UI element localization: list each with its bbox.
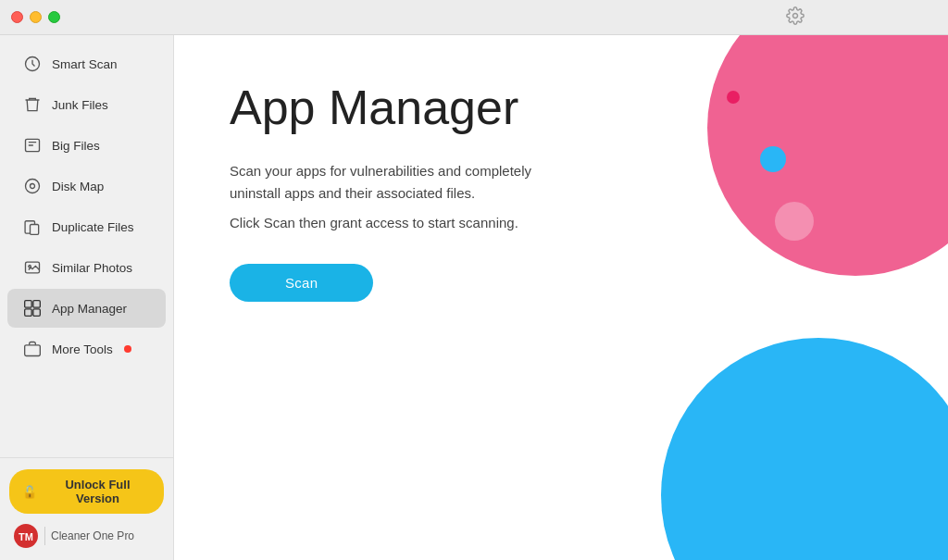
svg-rect-10 (25, 309, 32, 317)
junk-files-icon (22, 94, 43, 115)
titlebar (0, 0, 948, 35)
more-tools-icon (22, 339, 43, 359)
big-files-icon (22, 135, 43, 156)
sidebar-item-junk-files-label: Junk Files (52, 98, 108, 112)
brand-footer: TM Cleaner One Pro (9, 523, 164, 549)
svg-rect-8 (25, 301, 32, 308)
sidebar-item-duplicate-files[interactable]: Duplicate Files (7, 207, 166, 246)
minimize-button[interactable] (30, 11, 42, 23)
maximize-button[interactable] (48, 11, 60, 23)
svg-rect-12 (25, 345, 41, 356)
svg-rect-9 (33, 301, 41, 308)
sidebar-item-big-files[interactable]: Big Files (7, 126, 166, 165)
sidebar-item-junk-files[interactable]: Junk Files (7, 85, 166, 124)
circle-cyan-small (760, 146, 786, 172)
sidebar-item-app-manager[interactable]: App Manager (7, 289, 166, 328)
traffic-lights (11, 11, 60, 23)
app-manager-icon (22, 298, 43, 318)
page-description-2: Click Scan then grant access to start sc… (230, 212, 581, 234)
app-body: Smart Scan Junk Files (0, 35, 948, 560)
brand-name: Cleaner One Pro (51, 529, 134, 542)
svg-point-3 (26, 180, 40, 193)
duplicate-files-icon (22, 217, 43, 237)
circle-pink-large (707, 35, 948, 276)
scan-button[interactable]: Scan (230, 264, 373, 302)
unlock-button[interactable]: 🔓 Unlock Full Version (9, 469, 164, 514)
sidebar-item-big-files-label: Big Files (52, 139, 100, 153)
sidebar-nav: Smart Scan Junk Files (0, 35, 173, 457)
page-description-1: Scan your apps for vulnerabilities and c… (230, 160, 581, 205)
close-button[interactable] (11, 11, 23, 23)
page-title: App Manager (230, 81, 892, 134)
sidebar-item-disk-map-label: Disk Map (52, 180, 104, 193)
main-content: App Manager Scan your apps for vulnerabi… (174, 35, 948, 560)
circle-cyan-large (661, 338, 948, 560)
sidebar-item-similar-photos-label: Similar Photos (52, 261, 132, 275)
sidebar: Smart Scan Junk Files (0, 35, 174, 560)
svg-rect-11 (33, 309, 41, 317)
lock-icon: 🔓 (22, 485, 37, 499)
sidebar-item-duplicate-files-label: Duplicate Files (52, 220, 134, 234)
brand-divider (44, 527, 45, 545)
similar-photos-icon (22, 257, 43, 278)
svg-point-4 (31, 184, 35, 189)
smart-scan-icon (22, 54, 43, 74)
svg-text:TM: TM (19, 531, 33, 542)
disk-map-icon (22, 176, 43, 196)
sidebar-item-app-manager-label: App Manager (52, 302, 127, 316)
sidebar-item-smart-scan-label: Smart Scan (52, 57, 118, 71)
sidebar-item-smart-scan[interactable]: Smart Scan (7, 44, 166, 83)
trend-micro-logo: TM (13, 523, 39, 549)
svg-rect-5 (31, 225, 39, 235)
sidebar-item-more-tools[interactable]: More Tools (7, 330, 166, 368)
sidebar-item-more-tools-label: More Tools (52, 342, 113, 356)
more-tools-badge (124, 345, 131, 353)
sidebar-item-similar-photos[interactable]: Similar Photos (7, 248, 166, 287)
sidebar-item-disk-map[interactable]: Disk Map (7, 167, 166, 205)
circle-pink-small (775, 202, 814, 241)
unlock-button-label: Unlock Full Version (44, 478, 151, 505)
settings-icon[interactable] (786, 6, 805, 29)
sidebar-bottom: 🔓 Unlock Full Version TM Cleaner One Pro (0, 457, 173, 560)
svg-point-0 (793, 13, 798, 18)
